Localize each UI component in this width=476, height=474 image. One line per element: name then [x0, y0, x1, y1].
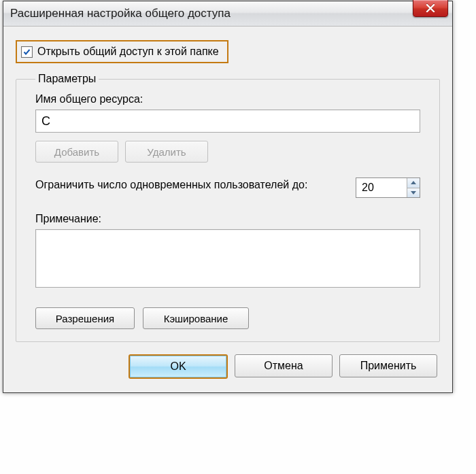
- apply-button[interactable]: Применить: [339, 354, 437, 377]
- limit-users-spinner[interactable]: [356, 177, 420, 198]
- caching-button[interactable]: Кэширование: [143, 307, 249, 329]
- window-title: Расширенная настройка общего доступа: [10, 7, 447, 20]
- client-area: Открыть общий доступ к этой папке Параме…: [3, 27, 452, 392]
- titlebar: Расширенная настройка общего доступа: [3, 1, 452, 27]
- note-textarea[interactable]: [35, 229, 420, 288]
- share-name-label: Имя общего ресурса:: [35, 93, 420, 105]
- dialog-window: Расширенная настройка общего доступа Отк…: [3, 1, 453, 393]
- add-button[interactable]: Добавить: [35, 141, 118, 163]
- spinner-buttons: [407, 178, 420, 197]
- share-folder-checkbox-group[interactable]: Открыть общий доступ к этой папке: [16, 40, 228, 63]
- spinner-down-button[interactable]: [407, 188, 420, 198]
- close-button[interactable]: [413, 0, 448, 17]
- limit-users-label: Ограничить число одновременных пользоват…: [35, 177, 342, 192]
- share-name-input[interactable]: [35, 109, 420, 133]
- dialog-footer: OK Отмена Применить: [13, 354, 443, 382]
- share-folder-checkbox[interactable]: [21, 46, 33, 58]
- note-label: Примечание:: [35, 213, 420, 225]
- permissions-button[interactable]: Разрешения: [35, 307, 135, 329]
- close-icon: [426, 4, 435, 12]
- ok-button[interactable]: OK: [129, 354, 228, 379]
- remove-button[interactable]: Удалить: [125, 141, 208, 163]
- limit-users-input[interactable]: [356, 178, 407, 197]
- parameters-groupbox: Параметры Имя общего ресурса: Добавить У…: [16, 73, 440, 342]
- share-folder-checkbox-label: Открыть общий доступ к этой папке: [37, 46, 219, 58]
- parameters-legend: Параметры: [35, 73, 99, 85]
- chevron-down-icon: [411, 191, 416, 194]
- spinner-up-button[interactable]: [407, 178, 420, 188]
- chevron-up-icon: [411, 181, 416, 184]
- cancel-button[interactable]: Отмена: [235, 354, 333, 377]
- checkmark-icon: [23, 48, 31, 56]
